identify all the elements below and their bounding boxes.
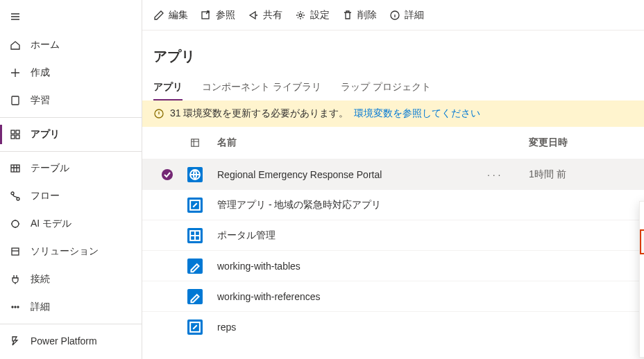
tabs: アプリ コンポーネント ライブラリ ラップ プロジェクト: [142, 74, 644, 101]
command-bar: 編集 参照 共有 設定 削除 詳細: [142, 0, 644, 30]
solution-icon: [10, 246, 21, 257]
svg-point-12: [17, 306, 19, 308]
ai-icon: [10, 218, 21, 229]
sidebar-item-tables[interactable]: テーブル: [0, 155, 142, 182]
table-row[interactable]: working-with-references: [142, 281, 644, 311]
sidebar-item-label: ソリューション: [31, 245, 99, 258]
trash-icon: [342, 10, 353, 21]
app-type-icon: [187, 319, 203, 335]
svg-rect-17: [192, 139, 199, 147]
sidebar-item-flows[interactable]: フロー: [0, 182, 142, 210]
apps-icon: [10, 129, 21, 140]
gear-icon: [295, 10, 306, 21]
ctx-browse[interactable]: 参照: [640, 229, 644, 254]
sidebar-item-label: テーブル: [31, 162, 69, 175]
banner-text: 31 環境変数を更新する必要があります。: [170, 107, 348, 120]
sidebar-item-powerplatform[interactable]: Power Platform: [0, 327, 142, 355]
browse-button[interactable]: 参照: [201, 9, 235, 21]
sidebar: ホーム 作成 学習 アプリ テーブル フロー AI モデル ソリューション 接続…: [0, 0, 142, 359]
sidebar-item-solutions[interactable]: ソリューション: [0, 238, 142, 265]
sidebar-item-label: 作成: [31, 67, 50, 79]
sidebar-item-label: ホーム: [31, 39, 60, 51]
app-type-icon: [187, 228, 203, 243]
table-header: 名前 変更日時: [142, 127, 644, 159]
main-content: 編集 参照 共有 設定 削除 詳細 アプリ アプリ コンポーネント ライブラリ …: [142, 0, 644, 359]
app-type-icon: [187, 259, 203, 274]
row-more[interactable]: · · ·: [487, 169, 529, 180]
sidebar-item-learn[interactable]: 学習: [0, 87, 142, 114]
app-type-icon: [187, 198, 203, 213]
app-name: reps: [209, 322, 487, 333]
svg-rect-2: [16, 130, 19, 134]
plus-icon: [10, 67, 21, 78]
app-modified: 1時間 前: [529, 168, 633, 181]
pencil-icon: [153, 10, 164, 21]
app-name: working-with-references: [209, 291, 487, 302]
warning-banner: 31 環境変数を更新する必要があります。 環境変数を参照してください: [142, 100, 644, 127]
svg-point-11: [15, 306, 16, 308]
share-button[interactable]: 共有: [248, 9, 282, 21]
sidebar-item-label: フロー: [31, 190, 60, 202]
app-type-icon: [187, 167, 203, 182]
sidebar-item-connections[interactable]: 接続: [0, 265, 142, 293]
table-icon: [10, 163, 21, 174]
power-icon: [10, 335, 21, 347]
svg-rect-5: [11, 165, 19, 172]
page-title: アプリ: [142, 30, 644, 74]
browse-icon: [201, 10, 212, 21]
svg-point-14: [299, 14, 302, 17]
sidebar-item-label: 学習: [31, 94, 50, 107]
home-icon: [10, 40, 21, 51]
settings-button[interactable]: 設定: [295, 9, 330, 21]
app-name: ポータル管理: [209, 229, 487, 242]
ctx-share[interactable]: 共有: [640, 254, 644, 279]
table-row[interactable]: 管理アプリ - 地域の緊急時対応アプリ: [142, 189, 644, 220]
svg-rect-3: [11, 135, 15, 139]
col-name[interactable]: 名前: [209, 137, 487, 149]
ctx-edit[interactable]: 編集: [640, 204, 644, 229]
hamburger-menu[interactable]: [0, 4, 142, 31]
table-row[interactable]: working-with-tables: [142, 250, 644, 281]
svg-rect-13: [202, 12, 209, 19]
sidebar-item-create[interactable]: 作成: [0, 59, 142, 87]
svg-rect-0: [12, 96, 19, 105]
table-row[interactable]: reps: [142, 311, 644, 342]
share-icon: [248, 10, 259, 21]
ctx-details[interactable]: 詳細: [640, 329, 644, 354]
banner-link[interactable]: 環境変数を参照してください: [354, 107, 480, 120]
more-icon: [10, 301, 21, 313]
table-row[interactable]: Regional Emergency Response Portal· · ·1…: [142, 159, 644, 189]
tab-components[interactable]: コンポーネント ライブラリ: [202, 74, 321, 100]
svg-rect-4: [16, 135, 19, 139]
warning-icon: [153, 108, 164, 119]
sidebar-item-label: アプリ: [31, 128, 60, 141]
tab-wrap[interactable]: ラップ プロジェクト: [341, 74, 431, 100]
tab-apps[interactable]: アプリ: [153, 74, 183, 100]
context-menu: 編集 参照 共有 設定 削除 詳細: [639, 201, 644, 358]
sidebar-item-more[interactable]: 詳細: [0, 293, 142, 321]
column-picker[interactable]: [181, 138, 209, 148]
info-icon: [389, 10, 400, 21]
edit-button[interactable]: 編集: [153, 9, 188, 21]
check-icon: [162, 169, 173, 180]
details-button[interactable]: 詳細: [389, 9, 424, 21]
svg-rect-9: [12, 248, 19, 255]
plug-icon: [10, 274, 21, 285]
col-modified[interactable]: 変更日時: [529, 137, 633, 149]
svg-point-8: [12, 220, 19, 227]
ctx-delete[interactable]: 削除: [640, 304, 644, 329]
sidebar-item-home[interactable]: ホーム: [0, 31, 142, 59]
app-name: working-with-tables: [209, 261, 487, 272]
table-body: Regional Emergency Response Portal· · ·1…: [142, 159, 644, 342]
table-row[interactable]: ポータル管理: [142, 220, 644, 250]
svg-rect-1: [11, 130, 15, 134]
svg-point-10: [12, 306, 13, 308]
app-type-icon: [187, 289, 203, 304]
menu-icon: [10, 11, 21, 22]
sidebar-item-ai[interactable]: AI モデル: [0, 210, 142, 238]
delete-button[interactable]: 削除: [342, 9, 377, 21]
sidebar-item-label: 詳細: [31, 301, 50, 313]
ctx-settings[interactable]: 設定: [640, 279, 644, 304]
sidebar-item-apps[interactable]: アプリ: [0, 121, 142, 148]
app-name: 管理アプリ - 地域の緊急時対応アプリ: [209, 199, 487, 211]
